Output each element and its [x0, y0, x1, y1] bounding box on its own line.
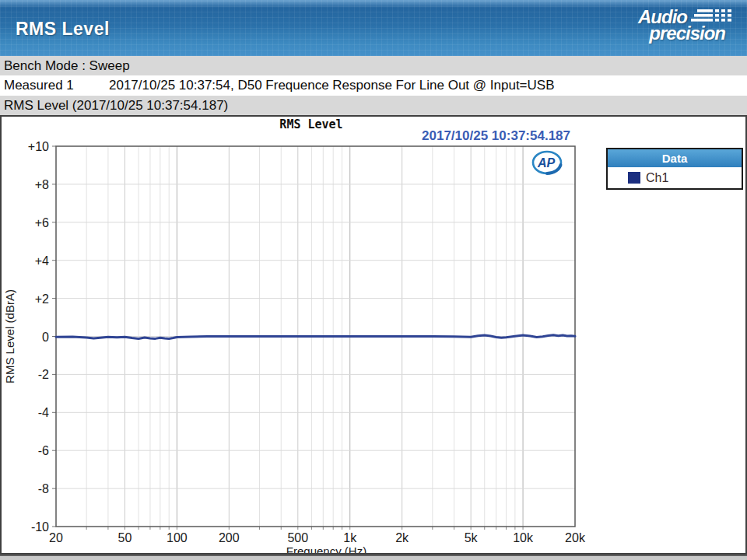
svg-text:1k: 1k [343, 531, 357, 544]
ch1-label: Ch1 [646, 171, 668, 185]
header-bar: RMS Level Audio precision [0, 0, 747, 56]
svg-text:+4: +4 [35, 254, 49, 268]
svg-text:20: 20 [49, 531, 63, 544]
svg-text:-6: -6 [38, 444, 49, 457]
bench-mode-bar: Bench Mode : Sweep [0, 56, 747, 75]
audio-precision-logo: Audio precision [588, 6, 736, 50]
svg-text:5k: 5k [465, 531, 479, 544]
svg-text:50: 50 [118, 531, 132, 544]
svg-text:100: 100 [167, 531, 188, 544]
chart-panel: +10+8+6+4+20-2-4-6-8-1020501002005001k2k… [0, 115, 747, 555]
report-page: RMS Level Audio precision [0, 0, 747, 560]
svg-text:2k: 2k [395, 531, 409, 544]
bench-mode-text: Bench Mode : Sweep [4, 58, 130, 74]
page-title: RMS Level [16, 19, 110, 40]
chart-title: RMS Level [279, 117, 342, 131]
measured-row: Measured 1 2017/10/25 10:37:54, D50 Freq… [0, 75, 747, 96]
ap-logo-icon: AP [531, 150, 563, 176]
svg-text:RMS Level (dBrA): RMS Level (dBrA) [3, 289, 16, 383]
svg-text:20k: 20k [565, 531, 586, 544]
svg-text:-10: -10 [31, 520, 49, 534]
legend-row-ch1: Ch1 [608, 167, 742, 188]
svg-text:+2: +2 [35, 292, 49, 306]
ap-logo-text: AP [537, 156, 556, 170]
svg-text:10k: 10k [513, 531, 534, 544]
svg-text:200: 200 [219, 531, 240, 544]
brand-word-precision: precision [649, 23, 725, 44]
bottom-strip [0, 555, 747, 560]
measured-label: Measured 1 [4, 78, 109, 93]
svg-text:+10: +10 [28, 140, 49, 153]
legend-box: Data Ch1 [606, 148, 743, 190]
svg-text:+6: +6 [35, 216, 49, 229]
legend-header: Data [608, 149, 742, 167]
ch1-color-swatch [628, 172, 640, 184]
svg-text:Frequency (Hz): Frequency (Hz) [286, 544, 366, 553]
svg-text:-2: -2 [38, 368, 49, 381]
svg-text:500: 500 [287, 531, 308, 544]
section-title-text: RMS Level (2017/10/25 10:37:54.187) [4, 98, 228, 114]
chart-timestamp: 2017/10/25 10:37:54.187 [422, 128, 570, 144]
svg-text:-4: -4 [38, 406, 49, 419]
svg-text:+8: +8 [35, 178, 49, 191]
section-title-bar: RMS Level (2017/10/25 10:37:54.187) [0, 96, 747, 115]
measured-description: 2017/10/25 10:37:54, D50 Frequence Respo… [109, 78, 555, 93]
svg-text:0: 0 [42, 331, 49, 344]
svg-text:-8: -8 [38, 482, 49, 495]
